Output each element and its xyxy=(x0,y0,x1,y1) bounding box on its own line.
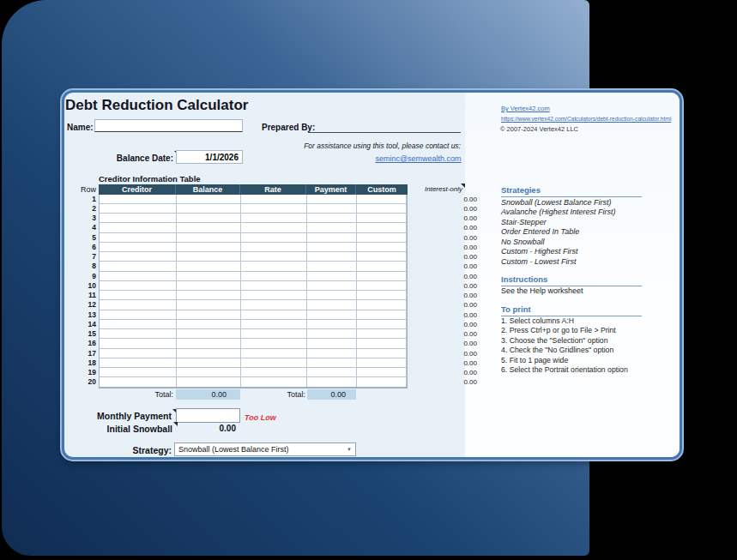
creditor-cell[interactable] xyxy=(100,262,177,270)
creditor-cell[interactable] xyxy=(100,272,177,280)
custom-cell[interactable] xyxy=(357,252,407,261)
payment-cell[interactable] xyxy=(307,204,357,213)
creditor-cell[interactable] xyxy=(100,243,177,251)
payment-cell[interactable] xyxy=(307,339,357,347)
creditor-cell[interactable] xyxy=(100,195,177,203)
balance-cell[interactable] xyxy=(177,377,241,386)
custom-cell[interactable] xyxy=(357,320,407,328)
rate-cell[interactable] xyxy=(241,358,307,367)
custom-cell[interactable] xyxy=(357,329,407,338)
creditor-cell[interactable] xyxy=(100,233,177,242)
creditor-cell[interactable] xyxy=(100,310,177,319)
creditor-cell[interactable] xyxy=(100,291,177,299)
creditor-cell[interactable] xyxy=(100,223,177,232)
custom-cell[interactable] xyxy=(357,291,407,299)
rate-cell[interactable] xyxy=(241,195,307,203)
payment-cell[interactable] xyxy=(307,233,357,242)
vertex42-url-link[interactable]: https://www.vertex42.com/Calculators/deb… xyxy=(501,116,671,122)
custom-cell[interactable] xyxy=(357,195,407,203)
balance-cell[interactable] xyxy=(177,358,241,367)
custom-cell[interactable] xyxy=(357,223,407,232)
rate-cell[interactable] xyxy=(241,349,307,358)
balance-cell[interactable] xyxy=(177,223,241,232)
balance-cell[interactable] xyxy=(177,214,241,222)
column-header-payment[interactable]: Payment xyxy=(306,184,356,195)
balance-cell[interactable] xyxy=(177,195,241,203)
balance-cell[interactable] xyxy=(177,272,241,280)
payment-cell[interactable] xyxy=(307,368,357,376)
balance-cell[interactable] xyxy=(177,310,241,319)
creditor-cell[interactable] xyxy=(100,339,177,347)
rate-cell[interactable] xyxy=(241,243,307,251)
rate-cell[interactable] xyxy=(241,329,307,338)
creditor-cell[interactable] xyxy=(100,349,177,358)
payment-cell[interactable] xyxy=(307,377,357,386)
custom-cell[interactable] xyxy=(357,243,407,251)
balance-cell[interactable] xyxy=(177,281,241,290)
rate-cell[interactable] xyxy=(241,291,307,299)
name-input[interactable] xyxy=(94,119,243,132)
payment-cell[interactable] xyxy=(307,195,357,203)
balance-cell[interactable] xyxy=(177,368,241,376)
payment-cell[interactable] xyxy=(307,329,357,338)
balance-cell[interactable] xyxy=(177,349,241,358)
column-header-custom[interactable]: Custom xyxy=(356,184,408,195)
balance-cell[interactable] xyxy=(177,339,241,347)
vertex42-byline-link[interactable]: By Vertex42.com xyxy=(501,105,550,112)
creditor-cell[interactable] xyxy=(100,204,177,213)
column-header-balance[interactable]: Balance xyxy=(176,184,240,195)
custom-cell[interactable] xyxy=(357,214,407,222)
custom-cell[interactable] xyxy=(357,204,407,213)
custom-cell[interactable] xyxy=(357,349,407,358)
rate-cell[interactable] xyxy=(241,310,307,319)
strategy-dropdown[interactable]: Snowball (Lowest Balance First) ▼ xyxy=(174,443,356,456)
custom-cell[interactable] xyxy=(357,377,407,386)
balance-cell[interactable] xyxy=(177,243,241,251)
payment-cell[interactable] xyxy=(307,358,357,367)
payment-cell[interactable] xyxy=(307,291,357,299)
balance-date-input[interactable]: 1/1/2026 xyxy=(176,150,243,164)
column-header-creditor[interactable]: Creditor xyxy=(99,184,176,195)
rate-cell[interactable] xyxy=(241,339,307,347)
balance-cell[interactable] xyxy=(177,300,241,309)
rate-cell[interactable] xyxy=(241,262,307,270)
creditor-cell[interactable] xyxy=(100,281,177,290)
rate-cell[interactable] xyxy=(241,252,307,261)
payment-cell[interactable] xyxy=(307,252,357,261)
creditor-cell[interactable] xyxy=(100,329,177,338)
rate-cell[interactable] xyxy=(241,214,307,222)
custom-cell[interactable] xyxy=(357,339,407,347)
rate-cell[interactable] xyxy=(241,300,307,309)
rate-cell[interactable] xyxy=(241,204,307,213)
balance-cell[interactable] xyxy=(177,204,241,213)
prepared-by-input[interactable] xyxy=(308,120,461,133)
payment-cell[interactable] xyxy=(307,272,357,280)
custom-cell[interactable] xyxy=(357,272,407,280)
payment-cell[interactable] xyxy=(307,300,357,309)
rate-cell[interactable] xyxy=(241,272,307,280)
rate-cell[interactable] xyxy=(241,320,307,328)
custom-cell[interactable] xyxy=(357,281,407,290)
balance-cell[interactable] xyxy=(177,262,241,270)
rate-cell[interactable] xyxy=(241,233,307,242)
rate-cell[interactable] xyxy=(241,368,307,376)
custom-cell[interactable] xyxy=(357,358,407,367)
contact-email-link[interactable]: seminc@semwealth.com xyxy=(347,154,489,163)
payment-cell[interactable] xyxy=(307,223,357,232)
creditor-cell[interactable] xyxy=(100,300,177,309)
payment-cell[interactable] xyxy=(307,349,357,358)
payment-cell[interactable] xyxy=(307,262,357,270)
balance-cell[interactable] xyxy=(177,320,241,328)
payment-cell[interactable] xyxy=(307,214,357,222)
balance-cell[interactable] xyxy=(177,329,241,338)
custom-cell[interactable] xyxy=(357,233,407,242)
column-header-rate[interactable]: Rate xyxy=(240,184,306,195)
creditor-cell[interactable] xyxy=(100,320,177,328)
creditor-cell[interactable] xyxy=(100,377,177,386)
rate-cell[interactable] xyxy=(241,281,307,290)
creditor-cell[interactable] xyxy=(100,252,177,261)
payment-cell[interactable] xyxy=(307,281,357,290)
creditor-cell[interactable] xyxy=(100,368,177,376)
balance-cell[interactable] xyxy=(177,233,241,242)
payment-cell[interactable] xyxy=(307,320,357,328)
